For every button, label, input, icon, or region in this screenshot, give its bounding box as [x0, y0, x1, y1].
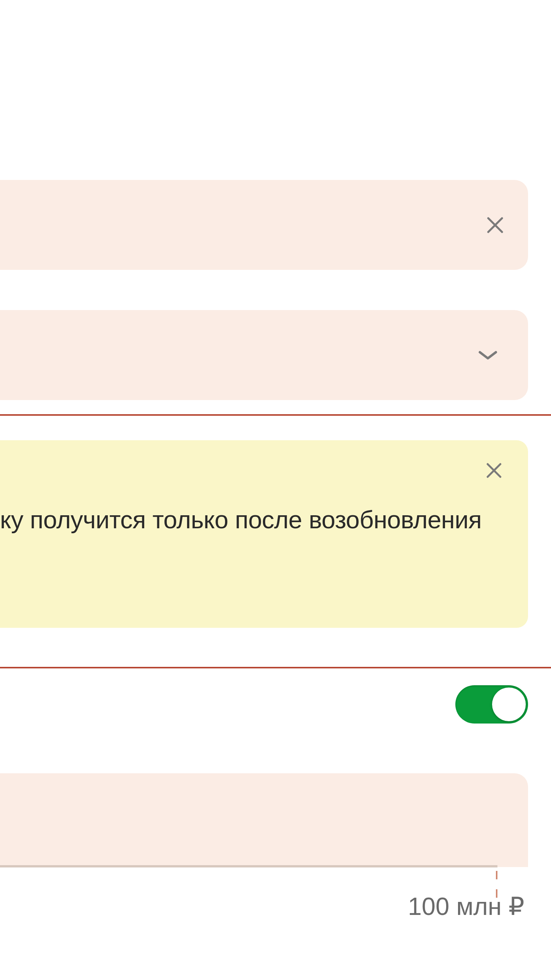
- toggle-knob: [492, 688, 526, 721]
- slider-max-label: 100 млн ₽: [408, 892, 524, 921]
- slider-tick-icon: [496, 871, 497, 879]
- slider-track[interactable]: [0, 865, 497, 867]
- alert-close-button[interactable]: [485, 461, 503, 480]
- divider: [0, 414, 551, 416]
- input-field[interactable]: [0, 180, 528, 270]
- chevron-down-icon: [478, 350, 497, 361]
- alert-message: ку получится только после возобновления: [0, 505, 482, 534]
- form-container: ку получится только после возобновления …: [0, 0, 551, 980]
- alert-notification: ку получится только после возобновления: [0, 440, 528, 628]
- clear-input-button[interactable]: [485, 215, 505, 235]
- toggle-switch[interactable]: [455, 685, 528, 724]
- slider-input-field[interactable]: [0, 773, 528, 867]
- toggle-container: [455, 685, 528, 724]
- close-icon: [486, 462, 502, 479]
- close-icon: [486, 216, 504, 234]
- divider: [0, 667, 551, 668]
- dropdown-field[interactable]: [0, 310, 528, 400]
